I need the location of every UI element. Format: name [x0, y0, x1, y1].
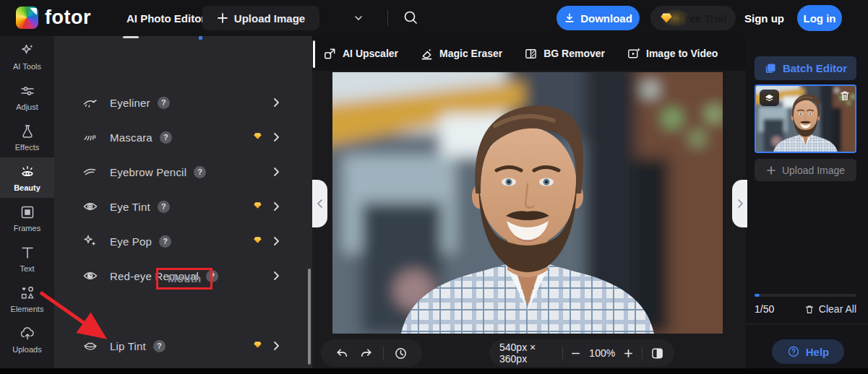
toolbar-divider	[383, 347, 384, 360]
chevron-right-icon	[271, 200, 281, 213]
sidebar-item-ai-tools[interactable]: AI Tools	[0, 36, 54, 77]
canvas-tabbar: AI Upscaler Magic Eraser BG Remover Imag…	[312, 36, 746, 71]
canvas-image[interactable]	[332, 72, 723, 334]
toolbar-divider	[562, 347, 563, 360]
help-button[interactable]: Help	[772, 339, 844, 364]
help-icon[interactable]: ?	[158, 97, 170, 109]
ai-tools-icon	[19, 42, 36, 59]
trash-icon	[804, 304, 815, 315]
sidebar-label: Effects	[15, 143, 39, 152]
usage-progress-fill	[755, 294, 760, 297]
premium-gem-icon	[253, 201, 262, 209]
bg-remover-icon	[524, 47, 538, 61]
eye-pop-icon	[82, 232, 99, 250]
batch-editor-button[interactable]: Batch Editor	[755, 56, 856, 80]
tabbar-scroll-indicator	[313, 40, 315, 68]
beauty-icon	[19, 163, 36, 181]
mouth-section-header: Mouth	[168, 272, 201, 284]
delete-image-button[interactable]	[839, 90, 851, 102]
collapse-left-panel-handle[interactable]	[312, 180, 327, 227]
tab-magic-eraser[interactable]: Magic Eraser	[420, 47, 502, 61]
sidebar-item-adjust[interactable]: Adjust	[0, 77, 54, 117]
tool-row-eye-pop[interactable]: Eye Pop ?	[69, 225, 300, 257]
sign-up-link[interactable]: Sign up	[744, 0, 784, 36]
chevron-down-icon	[353, 12, 364, 24]
beauty-tools-panel: Eyeliner ? Mascara ? Eyebrow Pencil ? Ey…	[54, 36, 312, 374]
download-icon	[564, 12, 575, 24]
image-to-video-icon	[627, 47, 640, 61]
left-sidebar: AI Tools Adjust Effects Beauty Frames Te…	[0, 36, 54, 374]
tool-label: Eye Tint	[110, 201, 150, 213]
tool-row-lip-tint[interactable]: Lip Tint ?	[69, 330, 300, 362]
tool-row-eye-tint[interactable]: Eye Tint ?	[69, 191, 300, 222]
tab-bg-remover[interactable]: BG Remover	[524, 47, 605, 61]
help-icon[interactable]: ?	[158, 201, 170, 213]
upload-image-button[interactable]: Upload Image	[202, 6, 319, 30]
counter-row: 1/50 Clear All	[755, 300, 856, 318]
mascara-icon	[82, 129, 99, 146]
history-button[interactable]	[394, 347, 408, 360]
chevron-right-icon	[271, 339, 281, 352]
tab-image-to-video[interactable]: Image to Video	[627, 47, 718, 61]
sign-up-label: Sign up	[744, 12, 784, 25]
upload-image-label: Upload Image	[234, 12, 305, 25]
tool-label: Eyebrow Pencil	[110, 166, 186, 178]
clear-all-button[interactable]: Clear All	[804, 303, 856, 315]
plus-icon	[217, 12, 228, 24]
download-label: Download	[580, 12, 632, 25]
clear-all-label: Clear All	[819, 303, 856, 315]
lip-tint-icon	[82, 337, 99, 355]
eye-tint-icon	[82, 198, 99, 215]
tool-label: Eyeliner	[110, 97, 150, 109]
sidebar-label: Elements	[11, 305, 44, 313]
panel-upload-label: Upload Image	[782, 165, 845, 176]
upload-options-dropdown[interactable]	[353, 12, 364, 24]
panel-scrollbar[interactable]	[308, 269, 311, 365]
tab-ai-upscaler[interactable]: AI Upscaler	[323, 47, 398, 61]
help-icon[interactable]: ?	[159, 235, 171, 248]
free-trial-button[interactable]: Free Trial	[650, 6, 736, 30]
sidebar-item-uploads[interactable]: Uploads	[0, 319, 54, 360]
redo-button[interactable]	[359, 347, 373, 360]
magic-eraser-icon	[420, 47, 434, 61]
help-icon[interactable]: ?	[160, 131, 172, 144]
tab-label: BG Remover	[543, 48, 605, 59]
chevron-left-icon	[316, 199, 325, 209]
undo-button[interactable]	[335, 347, 349, 360]
tool-row-mascara[interactable]: Mascara ?	[69, 121, 300, 153]
collapse-right-panel-handle[interactable]	[732, 180, 747, 227]
image-thumbnail[interactable]	[755, 84, 856, 153]
layers-icon	[764, 93, 775, 103]
help-icon[interactable]: ?	[153, 340, 166, 352]
compare-button[interactable]	[650, 347, 664, 360]
trash-icon	[839, 90, 851, 102]
sidebar-item-beauty[interactable]: Beauty	[0, 157, 54, 198]
layers-badge[interactable]	[760, 90, 779, 106]
zoom-in-button[interactable]	[623, 348, 634, 359]
tool-label: Mascara	[110, 131, 152, 144]
help-icon[interactable]: ?	[194, 166, 206, 178]
sidebar-item-frames[interactable]: Frames	[0, 198, 54, 238]
tool-row-eyebrow-pencil[interactable]: Eyebrow Pencil ?	[69, 156, 300, 188]
search-button[interactable]	[402, 9, 421, 27]
tool-row-eyeliner[interactable]: Eyeliner ?	[69, 87, 300, 118]
sidebar-item-effects[interactable]: Effects	[0, 117, 54, 157]
tool-label: Eye Pop	[110, 235, 152, 248]
sidebar-item-elements[interactable]: Elements	[0, 279, 54, 319]
sidebar-item-text[interactable]: Text	[0, 238, 54, 279]
elements-icon	[19, 284, 36, 302]
red-eye-removal-icon	[82, 267, 99, 284]
fotor-logo[interactable]: fotor	[16, 6, 91, 29]
zoom-out-button[interactable]	[570, 348, 581, 359]
zoom-toolbar: 540px × 360px 100%	[489, 339, 674, 367]
trial-glow	[661, 9, 689, 27]
fotor-logo-icon	[16, 6, 38, 29]
log-in-button[interactable]: Log in	[797, 5, 842, 31]
panel-upload-image-button[interactable]: Upload Image	[755, 159, 856, 181]
toolbar-divider	[642, 347, 643, 360]
download-button[interactable]: Download	[557, 6, 640, 30]
chevron-right-icon	[736, 199, 744, 209]
premium-gem-icon	[253, 132, 262, 140]
frames-icon	[19, 204, 36, 221]
question-circle-icon	[787, 345, 800, 358]
